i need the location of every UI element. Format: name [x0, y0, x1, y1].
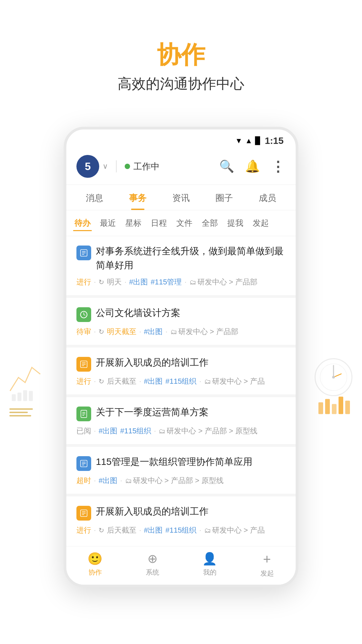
tab-news[interactable]: 资讯: [160, 185, 203, 210]
filter-starred[interactable]: 星标: [124, 216, 143, 230]
filter-started[interactable]: 发起: [251, 216, 270, 230]
online-status: 工作中: [125, 161, 160, 172]
table-row[interactable]: 115管理是一款组织管理协作简单应用 超时 · #出图 · 🗂 研发中心 > 产…: [66, 447, 296, 494]
bottom-nav-collab[interactable]: 🙂 协作: [66, 552, 124, 578]
task-icon-2: [76, 307, 91, 322]
svg-rect-3: [29, 391, 33, 401]
filter-recent[interactable]: 最近: [99, 216, 117, 230]
folder-icon-3: 🗂: [204, 378, 211, 385]
tab-tasks[interactable]: 事务: [116, 185, 160, 210]
svg-point-8: [332, 376, 335, 378]
table-row[interactable]: 公司文化墙设计方案 待审 · ↻ 明天截至 · #出图 · 🗂 研发中心 > 产…: [66, 298, 296, 345]
task-path-1: 🗂 研发中心 > 产品部: [189, 277, 257, 287]
search-icon[interactable]: 🔍: [219, 159, 234, 173]
folder-icon-2: 🗂: [170, 328, 177, 336]
task-icon-3: [76, 357, 91, 372]
task-status-6: 进行: [76, 525, 91, 535]
tab-messages[interactable]: 消息: [73, 185, 116, 210]
task-tag2-1: #115管理: [151, 277, 182, 287]
task-icon-6: [76, 506, 91, 521]
task-meta-2: 待审 · ↻ 明天截至 · #出图 · 🗂 研发中心 > 产品部: [76, 327, 286, 337]
page-header: 协作 高效的沟通协作中心: [0, 0, 362, 113]
svg-rect-12: [339, 396, 343, 414]
folder-icon-4: 🗂: [159, 427, 165, 435]
dropdown-arrow-icon[interactable]: ∨: [103, 162, 108, 171]
task-title-5: 115管理是一款组织管理协作简单应用: [96, 455, 286, 469]
svg-rect-0: [12, 394, 16, 401]
left-decoration: [7, 351, 44, 416]
task-title-4: 关于下一季度运营简单方案: [96, 405, 286, 419]
filter-todo[interactable]: 待办: [73, 216, 92, 230]
table-row[interactable]: 开展新入职成员的培训工作 进行 · ↻ 后天截至 · #出图 #115组织 · …: [66, 347, 296, 394]
table-row[interactable]: 开展新入职成员的培训工作 进行 · ↻ 后天截至 · #出图 #115组织 · …: [66, 496, 296, 543]
folder-icon-6: 🗂: [204, 527, 211, 534]
system-label: 系统: [146, 568, 159, 577]
collab-label: 协作: [88, 568, 102, 577]
system-icon: ⊕: [147, 552, 158, 566]
header-actions: 🔍 🔔 ⋮: [219, 158, 286, 175]
task-path-5: 🗂 研发中心 > 产品部 > 原型线: [125, 476, 224, 486]
table-row[interactable]: 关于下一季度运营简单方案 已阅 · #出图 #115组织 · 🗂 研发中心 > …: [66, 397, 296, 444]
task-date-3: 后天截至: [107, 376, 136, 386]
bottom-nav-start[interactable]: + 发起: [238, 552, 296, 578]
page-subtitle: 高效的沟通协作中心: [0, 74, 362, 93]
task-path-2: 🗂 研发中心 > 产品部: [170, 327, 238, 337]
tab-circles[interactable]: 圈子: [202, 185, 246, 210]
bottom-nav: 🙂 协作 ⊕ 系统 👤 我的 + 发起: [66, 546, 296, 585]
task-tag1-3: #出图: [144, 376, 163, 386]
task-tag1-4: #出图: [99, 426, 117, 436]
divider: [116, 160, 117, 172]
task-title-6: 开展新入职成员的培训工作: [96, 504, 286, 519]
task-date-1: 明天: [107, 277, 122, 287]
battery-icon: ▉: [255, 137, 261, 145]
status-bar: ▼ ▲ ▉ 1:15: [66, 129, 296, 150]
table-row[interactable]: 对事务系统进行全线升级，做到最简单做到最简单好用 进行 · ↻ 明天 · #出图…: [66, 236, 296, 295]
task-title-3: 开展新入职成员的培训工作: [96, 356, 286, 370]
page-title: 协作: [0, 40, 362, 69]
filter-schedule[interactable]: 日程: [149, 216, 168, 230]
online-text: 工作中: [133, 161, 160, 172]
folder-icon-1: 🗂: [189, 278, 196, 286]
task-date-icon-3: ↻: [99, 377, 104, 385]
filter-all[interactable]: 全部: [200, 216, 219, 230]
start-icon: +: [263, 552, 271, 567]
task-meta-4: 已阅 · #出图 #115组织 · 🗂 研发中心 > 产品部 > 原型线: [76, 426, 286, 436]
task-status-4: 已阅: [76, 426, 91, 436]
svg-rect-9: [318, 402, 323, 414]
more-icon[interactable]: ⋮: [271, 158, 286, 175]
task-status-5: 超时: [76, 476, 91, 486]
filter-files[interactable]: 文件: [175, 216, 194, 230]
task-meta-1: 进行 · ↻ 明天 · #出图 #115管理 · 🗂 研发中心 > 产品部: [76, 277, 286, 287]
avatar[interactable]: 5: [76, 155, 99, 178]
folder-icon-5: 🗂: [125, 477, 132, 485]
svg-rect-1: [17, 392, 21, 401]
task-status-2: 待审: [76, 327, 91, 337]
nav-tabs: 消息 事务 资讯 圈子 成员: [66, 185, 296, 210]
wifi-icon: ▼: [235, 137, 242, 145]
app-header: 5 ∨ 工作中 🔍 🔔 ⋮: [66, 150, 296, 185]
task-tag1-5: #出图: [99, 476, 117, 486]
task-tag1-2: #出图: [144, 327, 163, 337]
task-status-1: 进行: [76, 277, 91, 287]
tab-members[interactable]: 成员: [246, 185, 289, 210]
task-icon-5: [76, 456, 91, 471]
task-tag2-6: #115组织: [166, 525, 197, 535]
task-path-4: 🗂 研发中心 > 产品部 > 原型线: [159, 426, 257, 436]
bell-icon[interactable]: 🔔: [245, 159, 260, 173]
task-status-3: 进行: [76, 376, 91, 386]
task-tag1-1: #出图: [129, 277, 148, 287]
task-tag2-4: #115组织: [120, 426, 151, 436]
filter-mentioned[interactable]: 提我: [226, 216, 245, 230]
bottom-nav-mine[interactable]: 👤 我的: [181, 552, 238, 578]
phone-wrapper: ▼ ▲ ▉ 1:15 5 ∨ 工作中 🔍 🔔 ⋮: [0, 127, 362, 587]
task-date-6: 后天截至: [107, 525, 136, 535]
task-meta-5: 超时 · #出图 · 🗂 研发中心 > 产品部 > 原型线: [76, 476, 286, 486]
task-icon-1: [76, 246, 91, 260]
phone-mockup: ▼ ▲ ▉ 1:15 5 ∨ 工作中 🔍 🔔 ⋮: [64, 127, 298, 587]
signal-icon: ▲: [245, 137, 252, 145]
task-title-1: 对事务系统进行全线升级，做到最简单做到最简单好用: [96, 244, 286, 272]
online-dot-icon: [125, 164, 130, 169]
status-icons: ▼ ▲ ▉: [235, 137, 261, 145]
bottom-nav-system[interactable]: ⊕ 系统: [124, 552, 181, 578]
task-meta-3: 进行 · ↻ 后天截至 · #出图 #115组织 · 🗂 研发中心 > 产品: [76, 376, 286, 386]
